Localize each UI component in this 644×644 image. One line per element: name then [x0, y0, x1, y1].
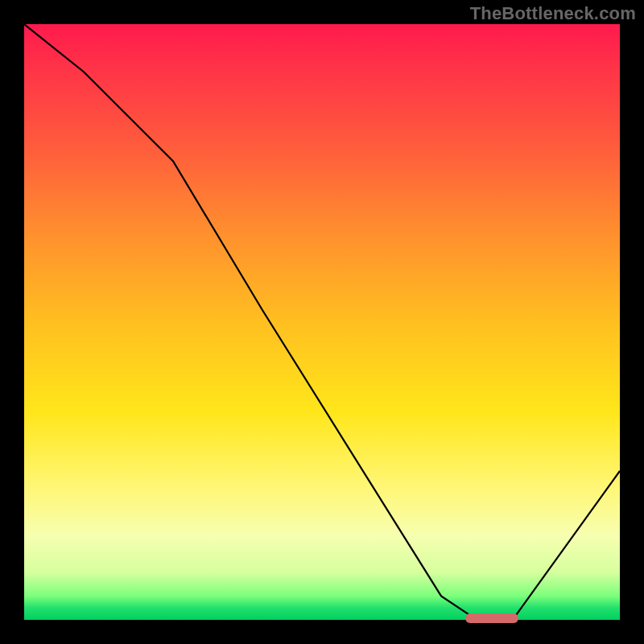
- watermark-text: TheBottleneck.com: [470, 3, 636, 24]
- optimal-range-marker: [465, 613, 519, 623]
- bottleneck-curve: [24, 24, 620, 620]
- chart-canvas: TheBottleneck.com: [0, 0, 644, 644]
- bottleneck-curve-svg: [24, 24, 620, 620]
